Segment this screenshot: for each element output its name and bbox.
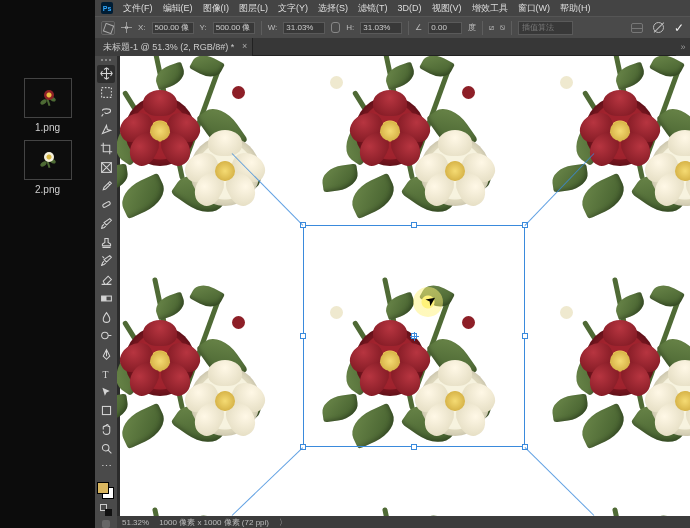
- marquee-tool[interactable]: [97, 84, 115, 102]
- menu-edit[interactable]: 编辑(E): [163, 2, 193, 15]
- edit-toolbar-button[interactable]: [97, 458, 115, 476]
- svg-point-7: [102, 444, 109, 451]
- status-bar: 51.32% 1000 像素 x 1000 像素 (72 ppi) 〉: [117, 516, 690, 528]
- close-tab-icon[interactable]: ×: [242, 41, 247, 51]
- panel-grip-icon[interactable]: [98, 59, 114, 63]
- canvas-viewport[interactable]: ➤: [117, 56, 690, 516]
- frame-tool[interactable]: [97, 159, 115, 177]
- thumbnail-preview: [24, 78, 72, 118]
- menu-file[interactable]: 文件(F): [123, 2, 153, 15]
- crop-tool[interactable]: [97, 140, 115, 158]
- eyedropper-tool[interactable]: [97, 177, 115, 195]
- dodge-tool[interactable]: [97, 327, 115, 345]
- y-input[interactable]: [213, 22, 255, 34]
- document-tab[interactable]: 未标题-1 @ 51.3% (2, RGB/8#) * ×: [95, 38, 253, 56]
- reference-point-icon[interactable]: [121, 22, 132, 33]
- menu-plugins[interactable]: 增效工具: [472, 2, 508, 15]
- rotate-icon: ∠: [415, 23, 422, 32]
- menu-filter[interactable]: 滤镜(T): [358, 2, 388, 15]
- transform-tool-icon: [101, 21, 115, 35]
- h-input[interactable]: [360, 22, 402, 34]
- pen-tool[interactable]: [97, 346, 115, 364]
- lasso-tool[interactable]: [97, 102, 115, 120]
- menu-view[interactable]: 视图(V): [432, 2, 462, 15]
- path-select-tool[interactable]: [97, 383, 115, 401]
- quick-select-tool[interactable]: [97, 121, 115, 139]
- type-tool[interactable]: T: [97, 364, 115, 382]
- svg-rect-0: [101, 88, 111, 98]
- zoom-readout[interactable]: 51.32%: [122, 518, 149, 527]
- history-brush-tool[interactable]: [97, 252, 115, 270]
- info-chevron-icon[interactable]: 〉: [279, 517, 287, 528]
- thumbnail-preview: [24, 140, 72, 180]
- w-label: W:: [268, 23, 278, 32]
- menu-window[interactable]: 窗口(W): [518, 2, 551, 15]
- stamp-tool[interactable]: [97, 233, 115, 251]
- cancel-transform-button[interactable]: [653, 22, 664, 33]
- interpolation-select[interactable]: 插值算法: [518, 21, 573, 35]
- x-label: X:: [138, 23, 146, 32]
- default-colors-icon[interactable]: [100, 504, 112, 516]
- svg-point-4: [101, 333, 108, 340]
- menu-image[interactable]: 图像(I): [203, 2, 230, 15]
- brush-tool[interactable]: [97, 215, 115, 233]
- quick-mask-icon[interactable]: [102, 520, 110, 528]
- desktop-file-2[interactable]: 2.png: [0, 140, 95, 195]
- move-tool[interactable]: [97, 65, 115, 83]
- tab-title: 未标题-1 @ 51.3% (2, RGB/8#) *: [103, 41, 234, 54]
- document-tab-bar: 未标题-1 @ 51.3% (2, RGB/8#) * × »: [95, 38, 690, 56]
- menu-select[interactable]: 选择(S): [318, 2, 348, 15]
- canvas[interactable]: ➤: [120, 56, 690, 516]
- h-label: H:: [346, 23, 354, 32]
- commit-transform-button[interactable]: ✓: [674, 21, 684, 35]
- hand-tool[interactable]: [97, 421, 115, 439]
- tab-gutter: [253, 38, 676, 56]
- file-label: 2.png: [0, 184, 95, 195]
- menu-bar: Ps 文件(F) 编辑(E) 图像(I) 图层(L) 文字(Y) 选择(S) 滤…: [95, 0, 690, 16]
- desktop-area: 1.png 2.png: [0, 0, 95, 528]
- shape-tool[interactable]: [97, 402, 115, 420]
- blur-tool[interactable]: [97, 308, 115, 326]
- gradient-tool[interactable]: [97, 290, 115, 308]
- skew-h-icon[interactable]: ⧄: [489, 23, 494, 33]
- menu-help[interactable]: 帮助(H): [560, 2, 591, 15]
- svg-rect-2: [102, 201, 111, 208]
- tools-panel: T: [95, 56, 117, 528]
- aspect-link-icon[interactable]: [331, 22, 340, 33]
- menu-layer[interactable]: 图层(L): [239, 2, 268, 15]
- rotation-input[interactable]: [428, 22, 462, 34]
- color-chips[interactable]: [97, 482, 115, 502]
- tab-overflow-icon[interactable]: »: [676, 38, 690, 56]
- svg-rect-6: [102, 407, 110, 415]
- x-input[interactable]: [152, 22, 194, 34]
- options-bar: X: Y: W: H: ∠ 度 ⧄ ⧅ 插值算法 ✓: [95, 16, 690, 38]
- rotation-unit: 度: [468, 22, 476, 33]
- skew-v-icon[interactable]: ⧅: [500, 23, 505, 33]
- warp-mode-icon[interactable]: [631, 23, 643, 33]
- menu-3d[interactable]: 3D(D): [398, 3, 422, 13]
- menu-type[interactable]: 文字(Y): [278, 2, 308, 15]
- desktop-file-1[interactable]: 1.png: [0, 78, 95, 133]
- photoshop-window: Ps 文件(F) 编辑(E) 图像(I) 图层(L) 文字(Y) 选择(S) 滤…: [95, 0, 690, 528]
- zoom-tool[interactable]: [97, 439, 115, 457]
- doc-info[interactable]: 1000 像素 x 1000 像素 (72 ppi): [159, 517, 269, 528]
- healing-tool[interactable]: [97, 196, 115, 214]
- file-label: 1.png: [0, 122, 95, 133]
- app-logo: Ps: [101, 2, 113, 14]
- svg-text:T: T: [102, 368, 108, 379]
- eraser-tool[interactable]: [97, 271, 115, 289]
- y-label: Y:: [200, 23, 207, 32]
- w-input[interactable]: [283, 22, 325, 34]
